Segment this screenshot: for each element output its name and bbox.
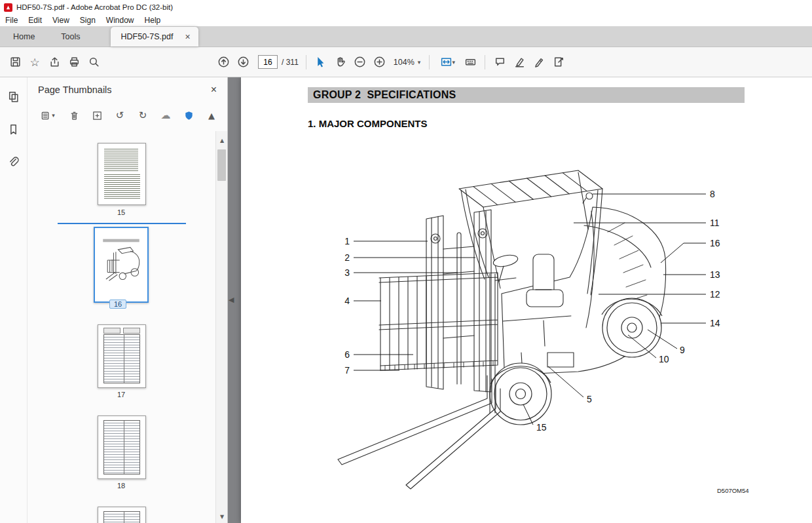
hand-icon <box>334 56 346 68</box>
section-heading: 1. MAJOR COMPONENTS <box>308 118 428 129</box>
paperclip-icon <box>7 156 20 168</box>
menu-sign[interactable]: Sign <box>75 16 101 25</box>
panel-title: Page Thumbnails <box>38 85 112 95</box>
save-button[interactable] <box>5 52 25 72</box>
star-icon: ☆ <box>29 56 39 69</box>
pages-icon <box>7 90 20 103</box>
thumbnail-table <box>103 334 140 383</box>
zoom-in-button[interactable] <box>370 52 390 72</box>
trash-icon <box>69 110 80 121</box>
thumbnail-page-16[interactable] <box>94 227 149 303</box>
menu-window[interactable]: Window <box>101 16 139 25</box>
chevron-down-icon: ▾ <box>452 59 456 66</box>
tab-tools-label: Tools <box>61 32 80 41</box>
callout-13: 13 <box>710 269 720 280</box>
search-icon <box>88 56 100 68</box>
tab-home[interactable]: Home <box>0 27 48 47</box>
tab-home-label: Home <box>13 32 35 41</box>
thumbnail-figure <box>97 230 145 300</box>
callout-5: 5 <box>587 394 592 404</box>
title-bar: HDF50-7S.pdf - Adobe Acrobat Pro DC (32-… <box>0 0 812 14</box>
reduce-thumbnails-button[interactable] <box>89 107 105 123</box>
toolbar-separator <box>429 55 430 69</box>
fit-width-dropdown[interactable]: ▾ <box>434 52 460 72</box>
thumbnail-text <box>104 149 138 171</box>
thumbnail-page-17[interactable] <box>98 324 146 388</box>
tab-document[interactable]: HDF50-7S.pdf × <box>111 27 198 47</box>
highlight-button[interactable] <box>509 52 529 72</box>
page-number-input[interactable] <box>258 55 278 69</box>
panel-header: Page Thumbnails × <box>28 77 227 102</box>
thumbnail-page-19[interactable] <box>98 507 146 523</box>
toolbar-separator <box>306 55 306 69</box>
callout-9: 9 <box>680 345 685 355</box>
document-send-icon <box>553 56 565 68</box>
thumbnail-label: 16 <box>94 300 141 308</box>
sign-button[interactable] <box>529 52 549 72</box>
chevron-down-icon: ▾ <box>52 112 55 119</box>
liquid-mode-button[interactable]: ▲ <box>204 107 219 123</box>
thumbnails-panel: Page Thumbnails × ▾ ↺ ↻ <box>28 77 228 523</box>
figure-code: D507OM54 <box>717 487 749 494</box>
scroll-down-icon[interactable]: ▼ <box>216 511 228 522</box>
menu-edit[interactable]: Edit <box>23 16 47 25</box>
forklift-figure: 1 2 3 4 5 6 7 8 9 10 11 12 13 14 15 16 <box>241 77 812 523</box>
touch-mode-button[interactable] <box>460 52 480 72</box>
comment-button[interactable] <box>490 52 509 72</box>
previous-page-button[interactable] <box>213 52 233 72</box>
zoom-level-dropdown[interactable]: 104% ▾ <box>390 58 425 67</box>
menu-view[interactable]: View <box>47 16 75 25</box>
panel-close-icon[interactable]: × <box>211 84 217 96</box>
tab-close-icon[interactable]: × <box>185 32 190 41</box>
fountain-pen-icon <box>533 56 545 68</box>
hand-tool-button[interactable] <box>331 52 350 72</box>
favorite-button[interactable]: ☆ <box>25 52 45 72</box>
callout-14: 14 <box>710 318 720 328</box>
share-button[interactable] <box>45 52 64 72</box>
bookmark-icon <box>7 123 20 136</box>
toolbar-separator <box>485 55 485 69</box>
callout-6: 6 <box>344 349 350 360</box>
thumbnails-scrollbar[interactable]: ▲ ▼ <box>215 131 227 523</box>
page-thumbnails-tab[interactable] <box>5 88 22 105</box>
window-title: HDF50-7S.pdf - Adobe Acrobat Pro DC (32-… <box>16 3 173 11</box>
bookmarks-tab[interactable] <box>5 121 22 138</box>
rotate-clockwise-button[interactable]: ↻ <box>135 107 151 123</box>
thumbnail-options-button[interactable]: ▾ <box>37 107 59 123</box>
callout-1: 1 <box>344 236 350 246</box>
thumbnail-label: 15 <box>98 208 145 216</box>
navigation-rail <box>0 77 28 523</box>
acrobat-window: HDF50-7S.pdf - Adobe Acrobat Pro DC (32-… <box>0 0 812 523</box>
scrollbar-thumb[interactable] <box>217 149 226 181</box>
thumbnail-page-18[interactable] <box>98 416 146 479</box>
acrobat-logo-icon <box>4 3 12 12</box>
request-signature-button[interactable] <box>549 52 568 72</box>
protection-button[interactable] <box>181 107 196 123</box>
minus-circle-icon <box>354 56 366 68</box>
thumbnail-page-15[interactable] <box>98 143 146 205</box>
thumbnail-label: 17 <box>98 391 145 398</box>
rotate-counterclockwise-button[interactable]: ↺ <box>112 107 128 123</box>
thumbnail-text <box>104 174 140 199</box>
menu-help[interactable]: Help <box>139 16 166 25</box>
zoom-out-button[interactable] <box>350 52 370 72</box>
print-button[interactable] <box>64 52 84 72</box>
panel-collapse-handle[interactable]: ◀ <box>229 296 234 304</box>
tab-tools[interactable]: Tools <box>48 27 93 47</box>
cloud-button[interactable]: ☁ <box>158 107 174 123</box>
menu-file[interactable]: File <box>0 16 23 25</box>
next-page-button[interactable] <box>233 52 253 72</box>
find-button[interactable] <box>84 52 103 72</box>
tab-bar: Home Tools HDF50-7S.pdf × <box>0 26 812 47</box>
scroll-up-icon[interactable]: ▲ <box>216 135 228 145</box>
callout-leader-lines <box>354 194 706 425</box>
callout-16: 16 <box>710 238 720 248</box>
tab-document-label: HDF50-7S.pdf <box>121 32 174 41</box>
main-toolbar: ☆ / 311 <box>0 47 812 77</box>
attachments-tab[interactable] <box>5 153 22 170</box>
callout-15: 15 <box>536 422 547 433</box>
thumbnail-table <box>103 511 140 523</box>
delete-pages-button[interactable] <box>66 107 82 123</box>
select-tool-button[interactable] <box>311 52 331 72</box>
share-upload-icon <box>48 56 61 68</box>
